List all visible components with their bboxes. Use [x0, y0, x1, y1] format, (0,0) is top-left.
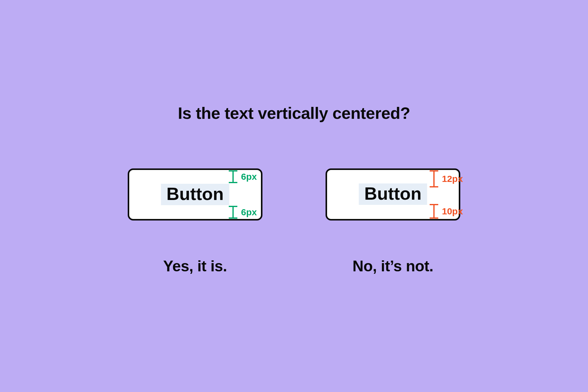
measure-top-right: 12px — [430, 170, 460, 187]
measure-value: 10px — [442, 206, 463, 217]
examples-row: Button 6px 6px Yes, it is. Button — [74, 168, 514, 275]
button-container-centered: Button 6px 6px — [128, 168, 262, 221]
ibeam-icon — [229, 170, 237, 183]
ibeam-icon — [430, 170, 438, 187]
diagram-heading: Is the text vertically centered? — [178, 104, 410, 123]
measure-value: 6px — [241, 172, 257, 182]
measure-value: 6px — [241, 207, 257, 217]
button-label-centered: Button — [161, 184, 229, 205]
measure-bottom-right: 10px — [430, 204, 460, 219]
measure-bottom-left: 6px — [229, 206, 259, 219]
diagram-stage: Is the text vertically centered? Button … — [74, 49, 514, 343]
ibeam-icon — [430, 204, 438, 219]
button-container-offcenter: Button 12px 10px — [326, 168, 460, 221]
ibeam-icon — [229, 206, 237, 219]
example-offcenter: Button 12px 10px No, it’s not. — [326, 168, 460, 275]
measure-value: 12px — [442, 174, 463, 184]
button-label-offcenter: Button — [359, 183, 427, 205]
measure-top-left: 6px — [229, 170, 259, 183]
caption-offcenter: No, it’s not. — [352, 257, 433, 275]
caption-centered: Yes, it is. — [163, 257, 227, 275]
example-centered: Button 6px 6px Yes, it is. — [128, 168, 262, 275]
